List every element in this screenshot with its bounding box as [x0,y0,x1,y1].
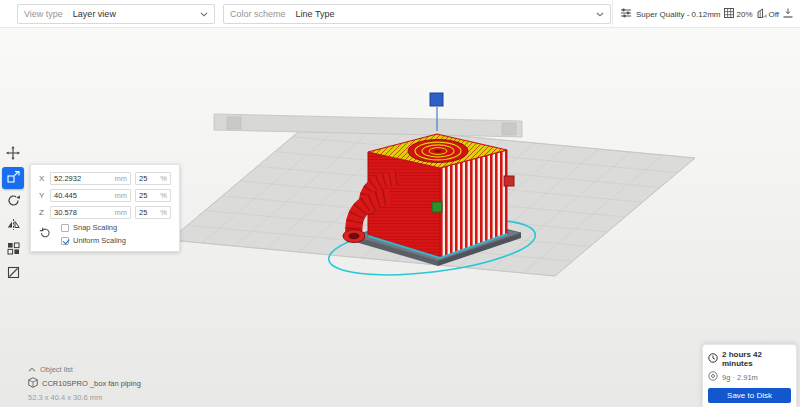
scale-icon [7,170,20,186]
scale-row-x: X 52.2932 mm 25 % [39,172,171,185]
tool-sidebar [2,143,24,285]
object-list-item[interactable]: CCR10SPRO _box fan piping [28,377,141,390]
chevron-down-icon [596,12,604,17]
infill-summary: 20% [724,8,752,20]
rotate-icon [7,194,20,210]
infill-value: 20% [736,10,752,19]
material-usage-value: 9g · 2.91m [722,373,758,382]
rotate-tool-button[interactable] [2,191,24,213]
selected-model-dimensions: 52.3 x 40.4 x 30.6 mm [28,393,141,402]
uniform-scaling-label: Uniform Scaling [73,236,126,245]
output-action-panel: 2 hours 42 minutes 9g · 2.91m Save to Di… [702,344,797,407]
scale-x-percent-input[interactable]: 25 % [135,172,171,185]
scale-options: Snap Scaling Uniform Scaling [39,223,171,245]
scale-handle-z[interactable] [430,93,443,106]
per-model-settings-icon [7,242,20,258]
checkbox-unchecked-icon [61,224,69,232]
reset-icon [39,227,51,242]
infill-icon [724,8,734,20]
chevron-down-icon [200,12,208,17]
clock-icon [708,353,718,365]
object-list-header[interactable]: Object list [28,365,141,374]
color-scheme-value: Line Type [296,9,335,19]
scale-checkboxes: Snap Scaling Uniform Scaling [61,223,126,245]
adhesion-icon [783,8,793,20]
support-summary: Off [757,8,780,20]
fan-grill [408,140,468,163]
spool-icon [708,371,718,383]
quality-profile: Super Quality - 0.12mm [636,10,720,19]
move-icon [6,146,20,163]
per-model-settings-button[interactable] [2,239,24,261]
print-settings-summary[interactable]: Super Quality - 0.12mm 20% Off [612,0,800,28]
view-type-label: View type [24,9,63,19]
material-usage-row: 9g · 2.91m [708,371,791,383]
support-blocker-button[interactable] [2,263,24,285]
chevron-up-icon [28,365,36,374]
scale-tool-panel: X 52.2932 mm 25 % Y 40.445 mm 25 % Z [30,164,180,252]
cura-window: View type Layer view Color scheme Line T… [0,0,800,407]
support-value: Off [769,10,780,19]
uniform-scaling-checkbox[interactable]: Uniform Scaling [61,236,126,245]
object-list-panel: Object list CCR10SPRO _box fan piping 52… [28,365,141,402]
checkbox-checked-icon [61,237,69,245]
view-type-value: Layer view [73,9,116,19]
scale-tool-button[interactable] [2,167,24,189]
axis-x-label: X [39,174,46,183]
move-tool-button[interactable] [2,143,24,165]
scale-row-y: Y 40.445 mm 25 % [39,189,171,202]
support-blocker-icon [7,266,20,282]
support-icon [757,8,767,20]
tune-icon [620,7,632,21]
object-item-name: CCR10SPRO _box fan piping [42,379,141,388]
color-scheme-dropdown[interactable]: Color scheme Line Type [223,4,611,24]
view-type-dropdown[interactable]: View type Layer view [17,4,215,24]
scale-z-percent-input[interactable]: 25 % [135,206,171,219]
print-time-value: 2 hours 42 minutes [722,350,791,368]
mirror-tool-button[interactable] [2,215,24,237]
scale-y-mm-input[interactable]: 40.445 mm [50,189,131,202]
snap-scaling-label: Snap Scaling [73,223,117,232]
snap-scaling-checkbox[interactable]: Snap Scaling [61,223,126,232]
reset-scale-button[interactable] [39,227,51,242]
scale-row-z: Z 30.578 mm 25 % [39,206,171,219]
print-time-row: 2 hours 42 minutes [708,350,791,368]
scale-y-percent-input[interactable]: 25 % [135,189,171,202]
color-scheme-label: Color scheme [230,9,286,19]
scale-z-mm-input[interactable]: 30.578 mm [50,206,131,219]
save-to-disk-button[interactable]: Save to Disk [708,388,791,403]
scale-handle-x[interactable] [504,176,514,186]
printer-gantry [214,114,522,137]
scale-x-mm-input[interactable]: 52.2932 mm [50,172,131,185]
mirror-icon [7,218,20,234]
cube-icon [28,377,38,390]
axis-y-label: Y [39,191,46,200]
object-list-title: Object list [40,365,73,374]
axis-z-label: Z [39,208,46,217]
top-bar: View type Layer view Color scheme Line T… [0,0,800,28]
scale-handle-y[interactable] [432,202,442,212]
